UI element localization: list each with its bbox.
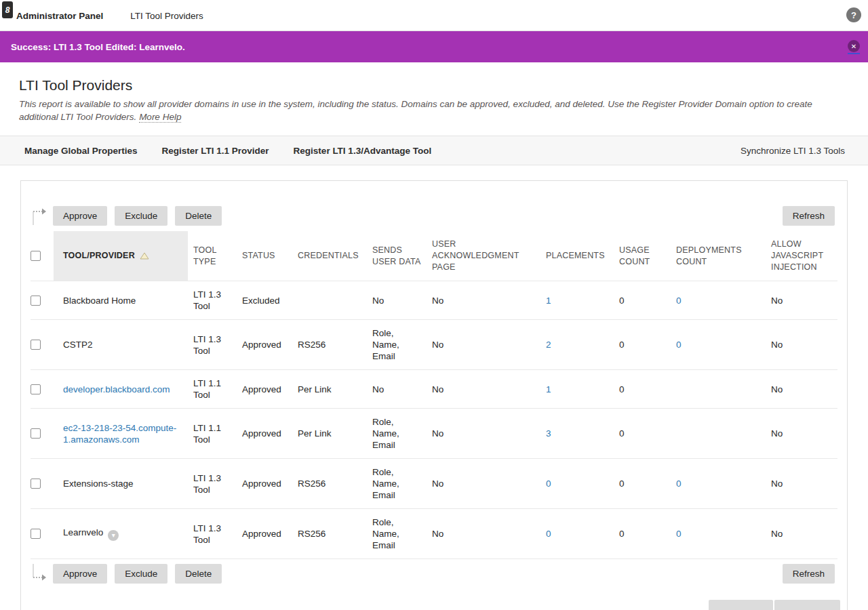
row-checkbox-cell: [31, 421, 54, 446]
placements-link[interactable]: 2: [546, 340, 551, 350]
row-checkbox[interactable]: [31, 384, 41, 394]
deployments-count-link[interactable]: 0: [676, 340, 682, 350]
placements-link[interactable]: 0: [546, 529, 551, 539]
chevron-down-icon[interactable]: ▾: [108, 530, 119, 541]
column-header-credentials: CREDENTIALS: [292, 243, 367, 269]
provider-link[interactable]: ec2-13-218-23-54.compute-1.amazonaws.com: [63, 422, 180, 445]
register-lti11-provider-button[interactable]: Register LTI 1.1 Provider: [162, 146, 269, 156]
column-header-tool-provider[interactable]: TOOL/PROVIDER: [54, 231, 188, 281]
row-checkbox[interactable]: [31, 340, 41, 350]
sort-ascending-icon: [140, 252, 149, 260]
success-banner-message: Success: LTI 1.3 Tool Edited: Learnvelo.: [11, 42, 185, 52]
manage-global-properties-button[interactable]: Manage Global Properties: [24, 146, 138, 156]
tool-type: LTI 1.3 Tool: [188, 281, 237, 319]
allow-javascript-injection: No: [766, 521, 837, 547]
provider-name: Extensions-stage: [54, 470, 188, 497]
partial-button[interactable]: [709, 600, 773, 610]
tool-type: LTI 1.3 Tool: [188, 326, 237, 364]
provider-link[interactable]: developer.blackboard.com: [63, 384, 170, 395]
deployments-count-link[interactable]: 0: [676, 296, 682, 306]
placements-cell: 1: [540, 287, 614, 314]
user-acknowledgment-page: No: [427, 331, 540, 358]
row-checkbox[interactable]: [31, 428, 41, 439]
partial-button[interactable]: [774, 600, 840, 610]
row-checkbox[interactable]: [31, 479, 41, 489]
usage-count: 0: [614, 470, 671, 497]
placements-cell: 1: [540, 376, 614, 403]
exclude-button[interactable]: Exclude: [115, 206, 167, 226]
approve-button[interactable]: Approve: [53, 206, 107, 226]
more-help-link[interactable]: More Help: [139, 112, 181, 123]
refresh-button[interactable]: Refresh: [783, 206, 835, 226]
deployments-count-cell: 0: [671, 521, 766, 547]
sends-user-data: Role, Name, Email: [367, 320, 427, 369]
sends-user-data: Role, Name, Email: [367, 409, 427, 458]
close-icon[interactable]: ✕: [848, 40, 860, 52]
user-acknowledgment-page: No: [427, 376, 540, 403]
banner-close-wrap: ✕: [848, 40, 860, 54]
column-header-user-acknowledgment-page: USER ACKNOWLEDGMENT PAGE: [427, 231, 540, 281]
provider-name: developer.blackboard.com: [54, 376, 188, 403]
allow-javascript-injection: No: [766, 331, 837, 358]
breadcrumb-current-page: LTI Tool Providers: [130, 11, 203, 21]
credentials: RS256: [292, 331, 367, 358]
usage-count: 0: [614, 376, 671, 403]
deployments-count-link[interactable]: 0: [676, 529, 682, 539]
delete-button[interactable]: Delete: [175, 206, 222, 226]
apply-to-selection-arrow-icon: [31, 205, 48, 226]
column-header-placements: PLACEMENTS: [540, 243, 614, 269]
credentials: Per Link: [292, 420, 367, 447]
placements-link[interactable]: 1: [546, 296, 551, 306]
placements-cell: 3: [540, 420, 614, 447]
table-header-row: TOOL/PROVIDER TOOL TYPE STATUS CREDENTIA…: [31, 231, 837, 281]
allow-javascript-injection: No: [766, 376, 837, 403]
approve-button[interactable]: Approve: [53, 564, 107, 584]
provider-name: Learnvelo▾: [54, 519, 188, 548]
credentials: RS256: [292, 521, 367, 547]
placements-cell: 0: [540, 470, 614, 497]
register-lti13-advantage-tool-button[interactable]: Register LTI 1.3/Advantage Tool: [294, 146, 432, 156]
tool-type: LTI 1.3 Tool: [188, 515, 237, 553]
row-checkbox-cell: [31, 521, 54, 546]
list-actions-top: Approve Exclude Delete Refresh: [31, 181, 837, 226]
providers-table: TOOL/PROVIDER TOOL TYPE STATUS CREDENTIA…: [31, 231, 837, 558]
placements-link[interactable]: 3: [546, 428, 551, 439]
table-row: CSTP2 LTI 1.3 Tool Approved RS256 Role, …: [31, 319, 837, 369]
column-header-sends-user-data: SENDS USER DATA: [367, 237, 427, 275]
user-acknowledgment-page: No: [427, 420, 540, 447]
row-checkbox[interactable]: [31, 529, 41, 539]
top-bar: 8 Administrator Panel LTI Tool Providers…: [0, 0, 868, 31]
allow-javascript-injection: No: [766, 470, 837, 497]
breadcrumb-admin-panel[interactable]: Administrator Panel: [16, 11, 103, 21]
link-icon[interactable]: 8: [2, 1, 13, 18]
page-description-text: This report is available to show all pro…: [19, 99, 812, 122]
provider-name: CSTP2: [54, 331, 188, 358]
deployments-count-cell: 0: [671, 331, 766, 358]
status: Approved: [237, 521, 292, 547]
deployments-count-link[interactable]: 0: [676, 479, 682, 489]
exclude-button[interactable]: Exclude: [115, 564, 167, 584]
delete-button[interactable]: Delete: [175, 564, 222, 584]
placements-link[interactable]: 1: [546, 384, 551, 394]
table-row: Learnvelo▾ LTI 1.3 Tool Approved RS256 R…: [31, 508, 837, 558]
table-row: ec2-13-218-23-54.compute-1.amazonaws.com…: [31, 408, 837, 458]
status: Excluded: [237, 287, 292, 314]
help-icon[interactable]: ?: [846, 7, 861, 22]
success-banner: Success: LTI 1.3 Tool Edited: Learnvelo.…: [0, 31, 868, 62]
column-header-tool-type: TOOL TYPE: [188, 237, 237, 275]
credentials: Per Link: [292, 376, 367, 403]
row-checkbox[interactable]: [31, 296, 41, 306]
sends-user-data: No: [367, 287, 427, 314]
column-header-deployments-count: DEPLOYMENTS COUNT: [671, 237, 766, 275]
column-header-status: STATUS: [237, 243, 292, 269]
tool-type: LTI 1.3 Tool: [188, 465, 237, 503]
placements-link[interactable]: 0: [546, 479, 551, 489]
refresh-button[interactable]: Refresh: [783, 564, 835, 584]
list-actions-bottom: Approve Exclude Delete Refresh: [31, 558, 837, 584]
row-checkbox-cell: [31, 288, 54, 313]
deployments-count-cell: [671, 426, 766, 441]
select-all-checkbox[interactable]: [31, 251, 41, 261]
page-title: LTI Tool Providers: [19, 77, 849, 94]
usage-count: 0: [614, 420, 671, 447]
synchronize-lti13-tools-button[interactable]: Synchronize LTI 1.3 Tools: [741, 146, 845, 156]
